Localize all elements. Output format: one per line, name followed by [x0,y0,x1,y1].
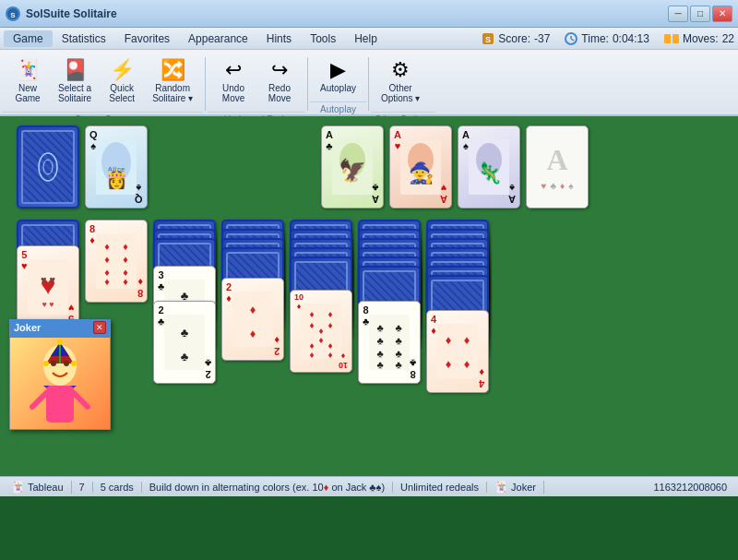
quick-select-button[interactable]: ⚡ QuickSelect [100,55,144,108]
status-tableau: 🃏 Tableau [4,481,72,494]
t2-face: 8♦ ♦ ♦ ♦ ♦ ♦ ♦ ♦ ♦ 8♦ [86,220,147,302]
menu-stats: S Score: -37 Time: 0:04:13 Moves: 22 [482,32,734,45]
score-label: Score: [498,32,530,45]
menu-statistics[interactable]: Statistics [53,30,115,47]
moves-value: 22 [722,32,734,45]
svg-text:♦: ♦ [309,309,314,319]
seed-value: 1163212008060 [653,482,727,493]
select-solitaire-label: Select aSolitaire [58,83,91,103]
tableau-5-face-10d[interactable]: 10♦ ♦ ♦ ♦ ♦ ♦ ♦ ♦ ♦ ♦ ♦ 10♦ [290,290,352,373]
svg-text:♦: ♦ [309,350,314,359]
t6-8c-rank-br: 8♣ [410,358,416,380]
toolbar-separator-2 [307,57,308,111]
svg-text:♦: ♦ [250,303,256,316]
close-button[interactable]: ✕ [712,6,732,22]
menu-tools[interactable]: Tools [301,30,345,47]
svg-text:♣: ♣ [395,335,401,346]
menu-appearance[interactable]: Appearance [179,30,257,47]
group-autoplay-label: Autoplay [310,101,366,116]
t7-4d-face: 4♦ ♦ ♦ ♦ ♦ 4♦ [427,311,488,392]
toolbar-group-options: ⚙ OtherOptions ▾ Other Options [371,54,435,114]
undo-button[interactable]: ↩ UndoMove [211,55,256,108]
f2-rank: A♥ [394,129,401,151]
f1-rank-br: A♣ [372,183,379,205]
t3-2c-rank-br: 2♣ [205,358,211,380]
svg-text:♦: ♦ [104,276,110,287]
menu-game[interactable]: Game [4,30,53,47]
svg-point-78 [43,361,49,366]
svg-text:🦎: 🦎 [477,161,503,185]
new-game-button[interactable]: 🃏 NewGame [6,55,50,108]
svg-line-82 [32,393,46,407]
t4-2d-rank-br: 2♦ [274,335,280,357]
quick-select-icon: ⚡ [110,60,135,80]
toolbar: 🃏 NewGame 🎴 Select aSolitaire ⚡ QuickSel… [0,50,738,116]
svg-point-9 [39,153,57,181]
svg-text:👸: 👸 [105,168,128,190]
t7-4d-rank: 4♦ [431,314,436,336]
t7-4d-rank-br: 4♦ [479,367,484,389]
foundation-1[interactable]: A♣ 🦅 A♣ [321,125,384,209]
foundation-3[interactable]: A♠ 🦎 A♠ [458,125,520,209]
svg-point-77 [71,361,77,366]
svg-rect-7 [664,34,671,43]
svg-text:♦: ♦ [123,254,128,265]
svg-text:♣: ♣ [376,359,383,370]
select-solitaire-icon: 🎴 [63,60,88,80]
svg-text:♦: ♦ [446,333,452,347]
app-icon: S [6,6,20,21]
new-game-label: NewGame [15,83,40,103]
svg-point-80 [64,361,69,366]
redo-button[interactable]: ↪ RedoMove [257,55,302,108]
foundation-2[interactable]: A♥ 🧙 A♥ [389,125,452,209]
menu-hints[interactable]: Hints [257,30,301,47]
svg-point-10 [43,160,53,174]
select-solitaire-button[interactable]: 🎴 Select aSolitaire [52,55,98,108]
foundation-4[interactable]: A ♥ ♣ ♦ ♠ [526,125,589,209]
title-bar: S SolSuite Solitaire ─ □ ✕ [0,0,738,28]
joker-window[interactable]: Joker ✕ [9,319,111,430]
maximize-button[interactable]: □ [690,6,710,22]
t1-face: 5♥ ♥ ♥ ♥ ♥ ♥ 5♥ [18,246,78,328]
autoplay-button[interactable]: ▶ Autoplay [314,55,363,98]
tableau-4-face-2d[interactable]: 2♦ ♦ ♦ 2♦ [221,278,284,361]
joker-status-icon: 🃏 [494,481,508,494]
t3-2c-rank: 2♣ [158,304,164,327]
game-area[interactable]: Q♠ Alice 👸 Q♠ A♣ 🦅 A♣ [0,116,738,476]
cards-count: 5 cards [101,482,134,493]
tableau-2-top[interactable]: 8♦ ♦ ♦ ♦ ♦ ♦ ♦ ♦ ♦ 8♦ [85,220,148,303]
joker-close-button[interactable]: ✕ [93,321,106,334]
stock-pile[interactable] [17,125,79,209]
tableau-label: Tableau [28,482,64,493]
status-rule: Build down in alternating colors (ex. 10… [142,482,393,493]
other-options-button[interactable]: ⚙ OtherOptions ▾ [375,55,426,108]
foundation-1-face: A♣ 🦅 A♣ [322,126,383,208]
t5-10d-rank: 10♦ [294,293,304,312]
tableau-6-face-8c[interactable]: 8♣ ♣ ♣ ♣ ♣ ♣ ♣ ♣ ♣ 8♣ [358,301,421,384]
tableau-7-face-4d[interactable]: 4♦ ♦ ♦ ♦ ♦ 4♦ [426,310,489,393]
score-value: -37 [534,32,550,45]
redo-icon: ↪ [271,60,288,80]
svg-text:♦: ♦ [446,357,452,371]
random-button[interactable]: 🔀 RandomSolitaire ▾ [146,55,199,108]
joker-title-label: Joker [14,322,41,333]
tableau-1-top[interactable]: 5♥ ♥ ♥ ♥ ♥ ♥ 5♥ [17,245,79,328]
menu-favorites[interactable]: Favorites [115,30,179,47]
svg-text:♦: ♦ [123,276,128,287]
waste-pile[interactable]: Q♠ Alice 👸 Q♠ [85,125,148,209]
tableau-3-face-2c[interactable]: 2♣ ♣ ♣ 2♣ [153,301,216,384]
t6-8c-rank: 8♣ [363,304,369,327]
toolbar-group-autoplay: ▶ Autoplay Autoplay [310,54,366,114]
minimize-button[interactable]: ─ [668,6,688,22]
stock-card-back [21,130,75,204]
status-count: 7 [72,482,93,493]
foundation-4-face: A ♥ ♣ ♦ ♠ [527,126,588,208]
svg-rect-8 [673,34,679,43]
undo-icon: ↩ [225,60,242,80]
menu-help[interactable]: Help [345,30,387,47]
svg-text:♦: ♦ [464,357,470,371]
svg-text:♦: ♦ [123,241,128,252]
toolbar-separator-1 [205,57,206,111]
toolbar-group-start: 🃏 NewGame 🎴 Select aSolitaire ⚡ QuickSel… [2,54,203,114]
svg-rect-58 [369,315,410,370]
